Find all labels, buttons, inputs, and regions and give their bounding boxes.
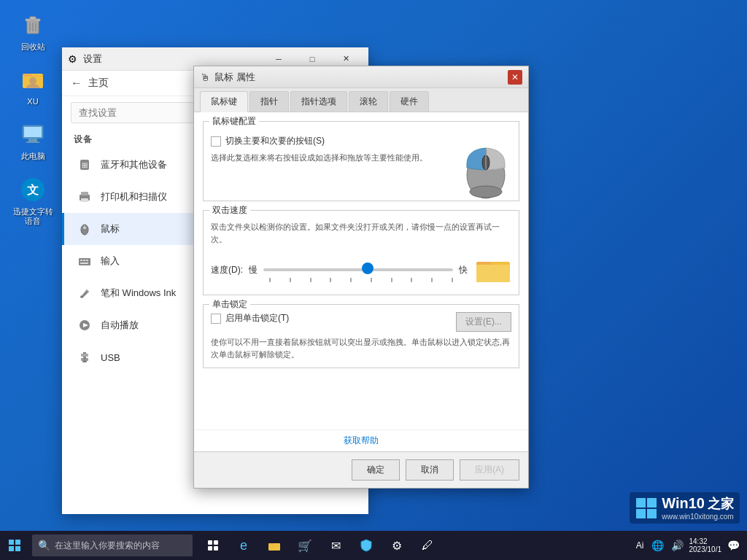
task-view-button[interactable]: [198, 531, 228, 560]
svg-rect-24: [83, 260, 85, 261]
tick: [310, 278, 311, 282]
tick: [330, 278, 331, 282]
tab-mouse-keys[interactable]: 鼠标键: [200, 91, 248, 112]
svg-rect-22: [79, 258, 90, 265]
printers-label: 打印机和扫描仪: [101, 190, 167, 203]
notification-tray-icon[interactable]: 💬: [726, 538, 741, 553]
mail-button[interactable]: ✉: [321, 531, 350, 560]
volume-tray-icon[interactable]: 🔊: [670, 538, 685, 553]
ocr-app-icon[interactable]: 文 迅捷文字转语音: [7, 172, 58, 229]
switch-buttons-row: 切换主要和次要的按钮(S): [211, 135, 453, 147]
svg-rect-26: [80, 262, 88, 264]
double-click-folder-preview[interactable]: [475, 251, 511, 287]
dialog-close-button[interactable]: ✕: [508, 70, 522, 85]
recycle-bin-icon[interactable]: 回收站: [7, 7, 58, 55]
autoplay-icon: [76, 316, 93, 334]
security-button[interactable]: [352, 531, 381, 560]
user-folder-icon[interactable]: XU: [7, 62, 58, 109]
tick: [350, 278, 352, 282]
tab-pointer[interactable]: 指针: [249, 91, 289, 112]
click-lock-checkbox[interactable]: [211, 314, 221, 324]
taskbar-app-icons: e 🛒 ✉ ⚙ 🖊: [198, 531, 442, 560]
button-config-desc: 选择此复选框来将右按钮设成如选择和拖放等主要性能使用。: [211, 152, 453, 164]
svg-rect-32: [85, 358, 88, 361]
pen-taskbar-button[interactable]: 🖊: [413, 531, 442, 560]
bluetooth-label: 蓝牙和其他设备: [101, 158, 167, 171]
svg-rect-31: [81, 358, 84, 361]
svg-rect-52: [214, 546, 218, 551]
tick: [452, 278, 453, 282]
apply-button[interactable]: 应用(A): [460, 459, 519, 481]
ok-button[interactable]: 确定: [352, 459, 400, 481]
clock-display[interactable]: 14:322023/10/1: [689, 537, 722, 553]
svg-text:文: 文: [27, 183, 39, 196]
speed-label: 速度(D):: [211, 264, 243, 276]
win10-watermark: Win10 之家 www.win10xitong.com: [630, 492, 740, 524]
svg-rect-42: [647, 498, 657, 508]
taskbar-right: Ai 🌐 🔊 14:322023/10/1 💬: [629, 531, 747, 560]
double-click-title: 双击速度: [209, 204, 250, 217]
mouse-properties-dialog: 🖱 鼠标 属性 ✕ 鼠标键 指针 指针选项 滚轮 硬件 鼠标键配置 切换主要和次…: [193, 66, 529, 489]
search-placeholder-text: 在这里输入你要搜索的内容: [55, 540, 160, 552]
speed-slider-thumb[interactable]: [362, 262, 374, 274]
svg-rect-44: [647, 509, 657, 518]
edge-browser-button[interactable]: e: [229, 531, 258, 560]
dialog-mouse-icon: 🖱: [200, 71, 210, 83]
windows-flag-icon: [635, 497, 657, 519]
desktop-icons: 回收站 XU 此电脑: [7, 7, 58, 229]
taskbar: 🔍 在这里输入你要搜索的内容 e 🛒 ✉ ⚙ 🖊 Ai 🌐 🔊: [0, 531, 747, 560]
double-click-desc: 双击文件夹以检测你的设置。如果文件夹没打开或关闭，请你慢一点的设置再试一次。: [211, 221, 511, 245]
svg-rect-47: [9, 546, 14, 551]
settings-window-title: 设置: [83, 52, 102, 66]
svg-rect-48: [15, 546, 20, 551]
svg-rect-2: [30, 17, 36, 20]
switch-buttons-checkbox[interactable]: [211, 136, 221, 147]
tab-hardware[interactable]: 硬件: [390, 91, 429, 112]
click-lock-settings-button[interactable]: 设置(E)...: [456, 312, 511, 332]
button-config-text: 切换主要和次要的按钮(S) 选择此复选框来将右按钮设成如选择和拖放等主要性能使用…: [211, 135, 453, 164]
language-tray-icon[interactable]: Ai: [635, 539, 646, 552]
file-explorer-button[interactable]: [260, 531, 289, 560]
start-button[interactable]: [0, 531, 29, 560]
click-lock-label: 启用单击锁定(T): [225, 312, 289, 324]
system-tray: Ai 🌐 🔊 14:322023/10/1 💬: [629, 537, 747, 553]
click-lock-checkbox-row: 启用单击锁定(T): [211, 312, 289, 324]
svg-rect-10: [28, 139, 37, 141]
svg-rect-40: [476, 265, 510, 282]
button-config-body: 切换主要和次要的按钮(S) 选择此复选框来将右按钮设成如选择和拖放等主要性能使用…: [211, 135, 511, 193]
win10-subtitle: 之家: [708, 495, 734, 513]
mouse-icon: [76, 220, 93, 238]
tick: [391, 278, 392, 282]
taskbar-search-bar[interactable]: 🔍 在这里输入你要搜索的内容: [32, 534, 193, 556]
printer-icon: [76, 188, 93, 206]
settings-taskbar-button[interactable]: ⚙: [382, 531, 411, 560]
windows-start-icon: [9, 540, 20, 551]
click-lock-section: 单击锁定 启用单击锁定(T) 设置(E)... 使你可以不用一直接着鼠标按钮就可…: [203, 304, 519, 368]
svg-point-38: [470, 186, 502, 198]
store-button[interactable]: 🛒: [290, 531, 320, 560]
win10-text-block: Win10 之家 www.win10xitong.com: [662, 495, 734, 521]
this-pc-icon[interactable]: 此电脑: [7, 117, 58, 164]
win10-title: Win10: [662, 495, 705, 512]
win10-url: www.win10xitong.com: [662, 513, 734, 521]
svg-rect-49: [208, 540, 212, 545]
tick: [371, 278, 372, 282]
speed-slider-track[interactable]: [263, 268, 453, 271]
tab-pointer-options[interactable]: 指针选项: [290, 91, 347, 112]
back-button[interactable]: ←: [71, 77, 82, 90]
desktop: 回收站 XU 此电脑: [0, 0, 747, 560]
network-tray-icon[interactable]: 🌐: [650, 538, 665, 553]
svg-rect-11: [26, 141, 39, 143]
search-icon: 🔍: [38, 540, 50, 551]
bluetooth-icon: ⊞: [76, 156, 93, 174]
button-config-section: 鼠标键配置 切换主要和次要的按钮(S) 选择此复选框来将右按钮设成如选择和拖放等…: [203, 121, 519, 201]
mouse-label: 鼠标: [101, 222, 120, 236]
click-lock-desc: 使你可以不用一直接着鼠标按钮就可以突出显示或拖拽。单击鼠标以进入锁定状态,再次单…: [211, 336, 511, 360]
dialog-help-link[interactable]: 获取帮助: [194, 429, 528, 451]
svg-rect-9: [24, 127, 42, 137]
slow-label: 慢: [249, 264, 258, 276]
cancel-button[interactable]: 取消: [406, 459, 454, 481]
pen-icon: [76, 284, 93, 302]
tab-scroll[interactable]: 滚轮: [349, 91, 388, 112]
svg-point-7: [29, 77, 36, 85]
